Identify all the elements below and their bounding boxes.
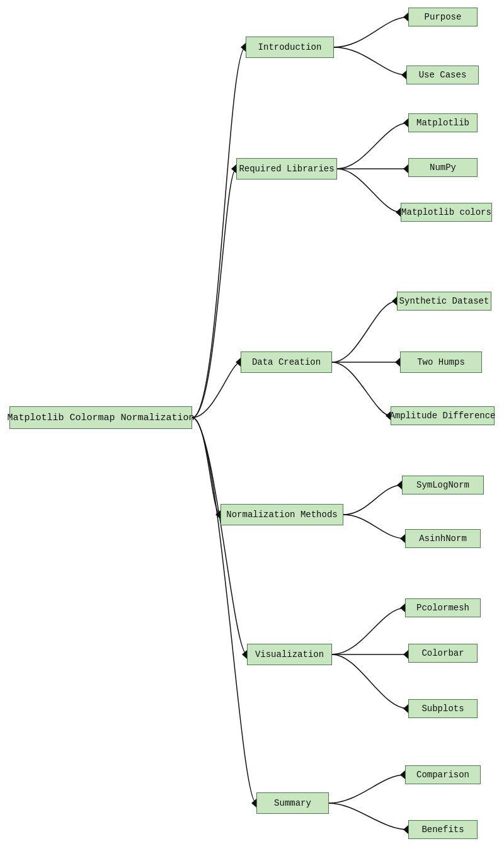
datacreation-node: Data Creation (241, 351, 332, 373)
syntheticdataset-node: Synthetic Dataset (397, 292, 491, 311)
usecases-node: Use Cases (406, 66, 479, 84)
root-node: Matplotlib Colormap Normalization (9, 406, 192, 429)
matplotlib-node: Matplotlib (408, 113, 478, 132)
svg-marker-16 (403, 650, 408, 659)
svg-marker-9 (395, 358, 400, 367)
svg-marker-13 (400, 534, 405, 543)
purpose-node: Purpose (408, 8, 478, 26)
svg-marker-7 (236, 358, 241, 367)
svg-marker-5 (403, 164, 408, 173)
svg-marker-4 (403, 118, 408, 127)
svg-marker-3 (231, 164, 236, 173)
numpy-node: NumPy (408, 158, 478, 177)
svg-marker-18 (251, 799, 256, 808)
normmethods-node: Normalization Methods (220, 504, 343, 525)
svg-marker-8 (392, 297, 397, 306)
introduction-node: Introduction (246, 37, 334, 58)
svg-marker-6 (396, 208, 401, 217)
visualization-node: Visualization (247, 644, 332, 665)
symlognorm-node: SymLogNorm (402, 476, 484, 494)
svg-marker-19 (400, 770, 405, 779)
svg-marker-14 (242, 650, 247, 659)
matplotlibcolors-node: Matplotlib colors (401, 203, 492, 222)
amplitudediff-node: Amplitude Difference (391, 406, 495, 425)
subplots-node: Subplots (408, 699, 478, 718)
pcolormesh-node: Pcolormesh (405, 598, 481, 617)
svg-marker-15 (400, 603, 405, 612)
svg-marker-0 (241, 43, 246, 52)
mind-map-container: Matplotlib Colormap Normalization Introd… (0, 0, 504, 851)
benefits-node: Benefits (408, 820, 478, 839)
asinhnorm-node: AsinhNorm (405, 529, 481, 548)
twohumps-node: Two Humps (400, 351, 482, 373)
svg-marker-17 (403, 704, 408, 713)
svg-marker-20 (403, 825, 408, 834)
svg-marker-11 (215, 510, 220, 519)
colorbar-node: Colorbar (408, 644, 478, 663)
svg-marker-1 (403, 13, 408, 21)
reqlibs-node: Required Libraries (236, 158, 337, 180)
summary-node: Summary (256, 792, 329, 814)
comparison-node: Comparison (405, 765, 481, 784)
svg-marker-2 (401, 71, 406, 79)
svg-marker-12 (397, 481, 402, 489)
